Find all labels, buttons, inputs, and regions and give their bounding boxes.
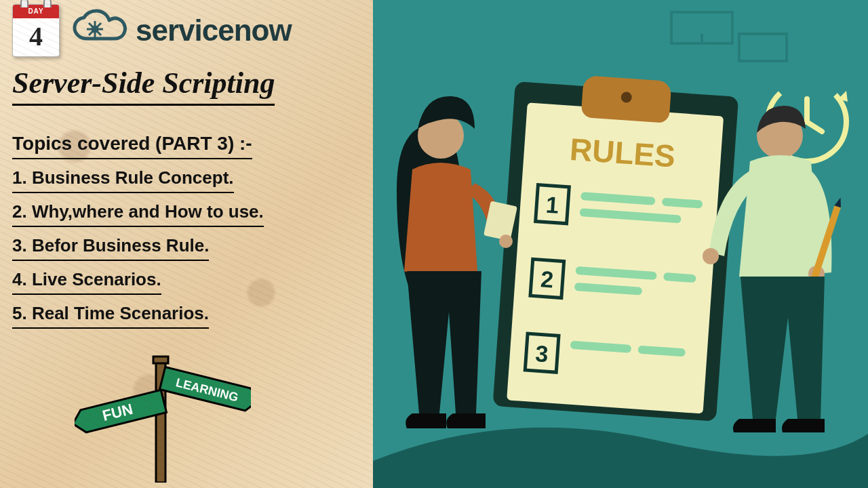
svg-text:RULES: RULES: [568, 131, 676, 174]
topic-item: 1. Business Rule Concept.: [12, 166, 234, 193]
top-bar: DAY 4 servicenow: [12, 0, 361, 57]
svg-point-41: [703, 248, 719, 264]
svg-text:2: 2: [540, 266, 555, 292]
topic-item: 5. Real Time Scenarios.: [12, 302, 209, 329]
calendar-icon: DAY 4: [12, 4, 60, 57]
servicenow-cloud-icon: [69, 9, 132, 52]
signpost-illustration: FUN LEARNING: [75, 340, 251, 483]
right-illustration: RULES 1 2: [373, 0, 868, 488]
page-title: Server-Side Scripting: [12, 66, 275, 106]
slide: DAY 4 servicenow: [0, 0, 868, 488]
calendar-number: 4: [13, 18, 59, 55]
topic-item: 4. Live Scenarios.: [12, 268, 161, 295]
svg-text:3: 3: [534, 340, 549, 367]
subtitle: Topics covered (PART 3) :-: [12, 131, 252, 159]
svg-point-39: [499, 235, 513, 248]
svg-text:1: 1: [545, 192, 560, 218]
svg-rect-6: [153, 357, 168, 363]
topic-item: 2. Why,where and How to use.: [12, 200, 264, 227]
servicenow-logo: servicenow: [69, 9, 292, 52]
servicenow-wordmark: servicenow: [136, 16, 292, 45]
topic-item: 3. Befor Business Rule.: [12, 234, 209, 261]
left-panel: DAY 4 servicenow: [0, 0, 373, 488]
